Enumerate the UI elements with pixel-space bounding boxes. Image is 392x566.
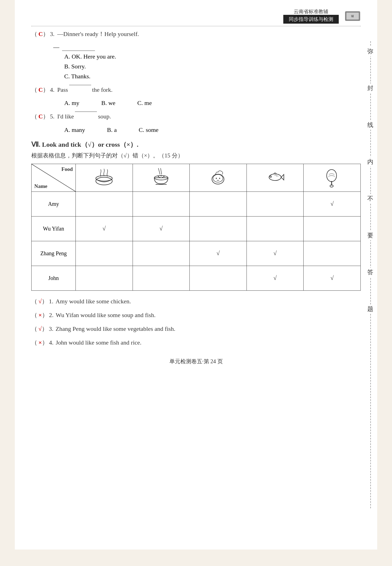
- tf4-number: 4.: [49, 339, 54, 346]
- svg-point-10: [161, 175, 162, 176]
- header-name-label: Name: [34, 183, 47, 189]
- zhangpeng-fish: √: [247, 241, 304, 266]
- tf3-number: 3.: [49, 325, 54, 332]
- amy-chicken-check: √: [331, 200, 334, 207]
- john-fish-check: √: [273, 274, 277, 281]
- q4-choice-a-text: my: [72, 99, 79, 106]
- tf2-number: 2.: [49, 312, 54, 319]
- svg-point-17: [216, 178, 217, 179]
- tf3-bracket-open: （: [31, 325, 37, 333]
- q5-choice-a-text: many: [72, 126, 85, 133]
- zhangpeng-vegetables-check: √: [216, 250, 220, 257]
- wuyifan-soup: √: [76, 216, 133, 241]
- tf1-number: 1.: [49, 298, 54, 305]
- header-top-text: 云南省标准教辅: [294, 8, 328, 15]
- q5-choices: A. many B. a C. some: [64, 126, 361, 134]
- q3-choice-a-letter: A.: [64, 53, 70, 60]
- svg-point-15: [212, 174, 224, 184]
- fish-icon: [264, 167, 286, 187]
- rice-bowl-icon: [150, 167, 172, 187]
- tf1-answer: √: [38, 298, 42, 305]
- q3-number: 3.: [50, 29, 55, 39]
- wuyifan-rice: √: [133, 216, 190, 241]
- side-char-yao: 要: [366, 231, 374, 240]
- diagonal-header-cell: Food Name: [32, 164, 76, 192]
- right-side-decoration: 弥 封 线 内 不 要 答 题: [366, 41, 374, 319]
- soup-bowl-icon: [93, 167, 115, 187]
- tf-question-2: （ × ） 2. Wu Yifan would like some soup a…: [31, 311, 361, 319]
- q4-text-after: the fork.: [92, 85, 113, 95]
- header-banner: 同步指导训练与检测: [283, 15, 339, 24]
- tf-question-4: （ × ） 4. John would like some fish and r…: [31, 339, 361, 347]
- amy-vegetables: [190, 192, 247, 216]
- q5-bracket-open: （: [31, 112, 37, 121]
- zhangpeng-vegetables: √: [190, 241, 247, 266]
- zhangpeng-fish-check: √: [273, 250, 277, 257]
- question-4: （ C ） 4. Pass the fork.: [31, 85, 361, 95]
- tf2-text: Wu Yifan would like some soup and fish.: [56, 312, 156, 319]
- q3-choice-b-letter: B.: [64, 63, 70, 70]
- wuyifan-name: Wu Yifan: [43, 226, 64, 232]
- section7-header-text: . Look and tick（√）or cross（×）.: [39, 141, 138, 148]
- q5-choice-c-text: some: [146, 126, 158, 133]
- tf-question-3: （ √ ） 3. Zhang Peng would like some vege…: [31, 325, 361, 333]
- question-5: （ C ） 5. I'd like soup.: [31, 112, 361, 121]
- svg-text:辅: 辅: [351, 15, 354, 18]
- amy-chicken: √: [304, 192, 361, 216]
- john-rice: [133, 266, 190, 290]
- q3-choice-b-text: Sorry.: [71, 63, 86, 70]
- side-char-ti: 题: [366, 304, 374, 314]
- side-char-mi: 弥: [366, 47, 374, 56]
- tf2-answer: ×: [38, 312, 42, 319]
- john-fish: √: [247, 266, 304, 290]
- tf4-answer: ×: [38, 339, 42, 346]
- q3-answer: C: [38, 29, 43, 39]
- q4-choice-b: B. we: [101, 99, 115, 107]
- svg-line-6: [158, 168, 160, 174]
- footer-text: 单元检测卷五·第 24 页: [169, 358, 223, 364]
- svg-line-7: [161, 168, 162, 174]
- zhangpeng-chicken: [304, 241, 361, 266]
- svg-point-18: [219, 178, 220, 179]
- zhangpeng-name-cell: Zhang Peng: [32, 241, 76, 266]
- wuyifan-fish: [247, 216, 304, 241]
- john-vegetables: [190, 266, 247, 290]
- q3-bracket-open: （: [31, 29, 37, 39]
- food-fish-header: [247, 164, 304, 192]
- side-char-da: 答: [366, 268, 374, 277]
- q3-blank-line: —: [53, 44, 361, 51]
- side-char-xian: 线: [366, 120, 374, 130]
- q3-text: —Dinner's ready！Help yourself.: [57, 29, 139, 39]
- svg-point-11: [163, 176, 164, 177]
- wuyifan-soup-check: √: [102, 225, 106, 232]
- john-name: John: [48, 275, 59, 281]
- svg-point-9: [158, 176, 159, 177]
- q3-choice-b: B. Sorry.: [64, 63, 361, 70]
- tf2-bracket-close: ）: [42, 311, 48, 319]
- tf3-bracket-close: ）: [42, 325, 48, 333]
- table-header-row: Food Name: [32, 164, 361, 192]
- tf4-text: John would like some fish and rice.: [56, 339, 141, 346]
- amy-soup: [76, 192, 133, 216]
- john-name-cell: John: [32, 266, 76, 290]
- question-3: （ C ） 3. —Dinner's ready！Help yourself.: [31, 29, 361, 39]
- q4-choice-b-text: we: [108, 99, 116, 106]
- food-chicken-header: [304, 164, 361, 192]
- q4-choice-a: A. my: [64, 99, 79, 107]
- side-char-bu: 不: [366, 194, 374, 203]
- amy-fish: [247, 192, 304, 216]
- q5-choice-c: C. some: [139, 126, 158, 134]
- q3-choice-c-letter: C.: [64, 73, 70, 80]
- wuyifan-chicken: [304, 216, 361, 241]
- q5-text-before: I'd like: [57, 112, 74, 121]
- q4-bracket-open: （: [31, 85, 37, 95]
- q3-answer-blank: [62, 51, 95, 51]
- q4-answer: C: [38, 85, 43, 95]
- q4-choice-c-text: me: [144, 99, 152, 106]
- diagonal-cell-container: Food Name: [32, 164, 75, 192]
- q4-choices: A. my B. we C. me: [64, 99, 361, 107]
- main-content: （ C ） 3. —Dinner's ready！Help yourself. …: [31, 29, 361, 347]
- page-footer: 单元检测卷五·第 24 页: [31, 358, 361, 365]
- side-char-nei: 内: [366, 157, 374, 167]
- john-chicken-check: √: [331, 274, 334, 281]
